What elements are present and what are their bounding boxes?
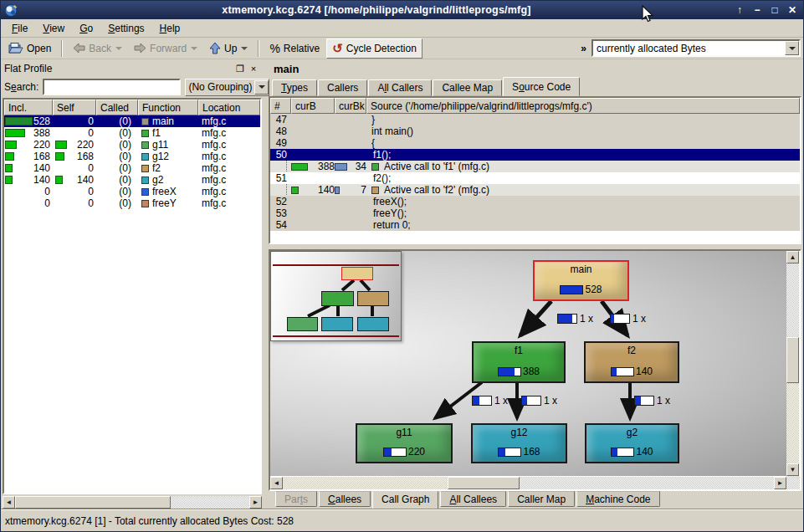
scrollbar-trough[interactable] — [520, 477, 774, 489]
forward-dropdown-icon[interactable] — [191, 47, 197, 54]
menu-go[interactable]: Go — [72, 21, 100, 36]
open-label: Open — [27, 43, 51, 54]
scrollbar-trough[interactable] — [786, 383, 799, 463]
table-row-g2[interactable]: 140 140 (0) g2 mfg.c — [4, 174, 260, 186]
tab-all-callers[interactable]: All Callers — [368, 79, 432, 96]
dock-caption[interactable]: Flat Profile ❐ × — [3, 61, 262, 76]
cycle-detection-button[interactable]: ↺ Cycle Detection — [326, 38, 422, 59]
scrollbar-thumb[interactable] — [15, 496, 171, 509]
scrollbar-trough[interactable] — [283, 477, 448, 489]
event-type-select[interactable]: currently allocated Bytes — [591, 39, 801, 57]
column-incl[interactable]: Incl. — [4, 100, 53, 115]
tab-source-code[interactable]: Source Code — [503, 77, 580, 96]
graph-hscrollbar[interactable]: ◄ ► — [270, 476, 786, 489]
search-input[interactable] — [43, 79, 181, 95]
function-color-icon — [141, 200, 149, 207]
scrollbar-trough[interactable] — [786, 263, 799, 337]
forward-label: Forward — [150, 43, 187, 54]
menu-settings[interactable]: Settings — [100, 21, 151, 36]
table-row-main[interactable]: 528 0 (0) main mfg.c — [4, 115, 260, 127]
event-type-dropdown-button[interactable] — [785, 41, 799, 55]
table-row-g11[interactable]: 220 220 (0) g11 mfg.c — [4, 139, 260, 151]
source-call-line[interactable]: 140 7 Active call to 'f2' (mfg.c) — [270, 184, 800, 196]
back-dropdown-icon[interactable] — [115, 47, 122, 54]
tab-machine-code[interactable]: Machine Code — [576, 491, 659, 507]
column-function[interactable]: Function — [138, 100, 198, 115]
column-self[interactable]: Self — [53, 100, 96, 115]
tab-parts[interactable]: Parts — [275, 491, 317, 507]
menu-file[interactable]: File — [4, 21, 35, 36]
column-curbk[interactable]: curBk — [335, 98, 366, 114]
tab-call-graph[interactable]: Call Graph — [372, 491, 438, 509]
overview-node-f2 — [357, 291, 389, 306]
source-line[interactable]: 48 int main() — [270, 125, 800, 137]
graph-node-f2[interactable]: f2 140 — [584, 341, 679, 383]
table-row-freeX[interactable]: 0 0 (0) freeX mfg.c — [4, 186, 260, 197]
cost-bar-icon — [5, 176, 13, 184]
overview-node-g11 — [287, 317, 318, 331]
source-line[interactable]: 49 { — [270, 137, 800, 149]
call-cost-bar — [472, 396, 492, 406]
table-row-f2[interactable]: 140 0 (0) f2 mfg.c — [4, 162, 260, 174]
tab-caller-map[interactable]: Caller Map — [508, 491, 575, 507]
menu-view[interactable]: View — [35, 21, 72, 36]
close-button[interactable]: ✕ — [785, 3, 800, 17]
shade-button[interactable]: ↑ — [732, 3, 747, 17]
graph-node-main[interactable]: main 528 — [533, 260, 629, 301]
menu-help[interactable]: Help — [152, 21, 188, 36]
graph-node-g2[interactable]: g2 140 — [585, 423, 679, 463]
up-dropdown-icon[interactable] — [241, 47, 248, 54]
dock-float-icon[interactable]: ❐ — [233, 63, 247, 74]
toolbar-overflow-icon[interactable]: » — [577, 43, 590, 54]
source-line[interactable]: 53 freeY(); — [270, 207, 800, 219]
open-button[interactable]: Open — [3, 38, 56, 59]
graph-node-g11[interactable]: g11 220 — [356, 423, 453, 463]
source-line[interactable]: 54 return 0; — [270, 219, 800, 231]
graph-overview[interactable] — [270, 251, 402, 341]
detail-panel: main Types Callers All Callers Callee Ma… — [269, 59, 803, 509]
graph-node-f1[interactable]: f1 388 — [472, 341, 566, 383]
column-called[interactable]: Called — [96, 100, 138, 115]
tab-callee-map[interactable]: Callee Map — [433, 79, 502, 96]
tab-types[interactable]: Types — [272, 79, 317, 96]
scrollbar-thumb[interactable] — [448, 477, 520, 489]
tab-all-callees[interactable]: All Callees — [440, 491, 506, 507]
column-line-number[interactable]: # — [270, 98, 291, 114]
scroll-right-icon[interactable]: ► — [774, 477, 786, 489]
graph-node-g12[interactable]: g12 168 — [471, 423, 567, 463]
source-line[interactable]: 51 f2(); — [270, 172, 800, 184]
back-button[interactable]: Back — [68, 38, 127, 59]
column-source[interactable]: Source ('/home/philippe/valgrind/littlep… — [366, 98, 800, 114]
dock-close-icon[interactable]: × — [247, 63, 260, 74]
scrollbar-trough[interactable] — [171, 496, 249, 509]
table-row-f1[interactable]: 388 0 (0) f1 mfg.c — [4, 127, 260, 139]
call-graph-view[interactable]: main 528 f1 388 f2 140 g11 220 g12 168 — [269, 249, 801, 491]
source-call-line[interactable]: 388 34 Active call to 'f1' (mfg.c) — [270, 161, 800, 172]
source-line[interactable]: 47 } — [270, 114, 800, 125]
flat-profile-hscrollbar[interactable]: ◄ ► — [3, 495, 262, 509]
graph-vscrollbar[interactable]: ▲ ▼ — [786, 251, 800, 476]
scroll-left-icon[interactable]: ◄ — [270, 477, 283, 489]
call-cost-bar — [610, 314, 630, 324]
scroll-up-icon[interactable]: ▲ — [786, 251, 799, 263]
tab-callees[interactable]: Callees — [319, 491, 371, 507]
source-line[interactable]: 52 freeX(); — [270, 196, 800, 207]
relative-button[interactable]: % Relative — [264, 38, 325, 59]
column-curb[interactable]: curB — [291, 98, 335, 114]
source-line-selected[interactable]: 50 f1(); — [270, 149, 800, 161]
scroll-right-icon[interactable]: ► — [249, 496, 262, 509]
table-row-g12[interactable]: 168 168 (0) g12 mfg.c — [4, 151, 260, 162]
fold-icon — [286, 161, 287, 173]
forward-button[interactable]: Forward — [129, 38, 202, 59]
scroll-down-icon[interactable]: ▼ — [786, 463, 799, 476]
column-location[interactable]: Location — [198, 100, 260, 115]
up-button[interactable]: Up — [204, 38, 253, 59]
title-bar[interactable]: xtmemory.kcg.6274 [/home/philippe/valgri… — [1, 1, 803, 19]
scrollbar-thumb[interactable] — [786, 337, 799, 383]
scroll-left-icon[interactable]: ◄ — [3, 496, 15, 509]
tab-callers[interactable]: Callers — [318, 79, 367, 96]
minimize-button[interactable]: − — [750, 3, 765, 17]
grouping-select[interactable]: (No Grouping) — [185, 79, 269, 96]
table-row-freeY[interactable]: 0 0 (0) freeY mfg.c — [4, 197, 260, 209]
maximize-button[interactable]: □ — [767, 3, 782, 17]
